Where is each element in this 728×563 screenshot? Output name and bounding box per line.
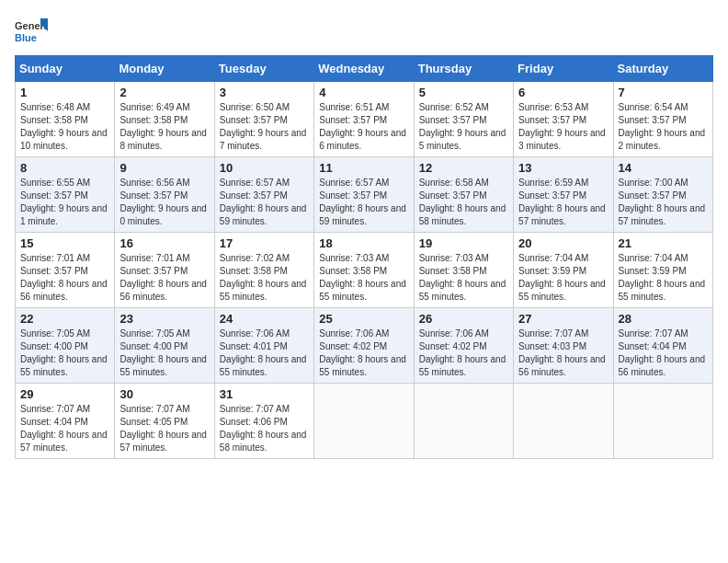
day-number: 13 (518, 161, 608, 175)
day-number: 14 (619, 161, 708, 175)
day-number: 19 (419, 236, 508, 250)
calendar-cell: 27Sunrise: 7:07 AM Sunset: 4:03 PM Dayli… (514, 308, 613, 384)
calendar-cell: 19Sunrise: 7:03 AM Sunset: 3:58 PM Dayli… (414, 233, 513, 308)
day-detail: Sunrise: 6:59 AM Sunset: 3:57 PM Dayligh… (518, 178, 606, 226)
calendar-cell: 13Sunrise: 6:59 AM Sunset: 3:57 PM Dayli… (514, 157, 613, 233)
day-detail: Sunrise: 6:54 AM Sunset: 3:57 PM Dayligh… (619, 102, 706, 151)
day-detail: Sunrise: 7:03 AM Sunset: 3:58 PM Dayligh… (319, 253, 406, 302)
day-number: 22 (20, 312, 109, 326)
page-header: General Blue (15, 15, 713, 48)
day-detail: Sunrise: 7:07 AM Sunset: 4:05 PM Dayligh… (119, 404, 207, 453)
logo-icon: General Blue (15, 15, 48, 48)
calendar-cell: 8Sunrise: 6:55 AM Sunset: 3:57 PM Daylig… (16, 157, 115, 233)
calendar-cell: 23Sunrise: 7:05 AM Sunset: 4:00 PM Dayli… (115, 308, 214, 384)
calendar-header-row: SundayMondayTuesdayWednesdayThursdayFrid… (16, 56, 713, 82)
day-detail: Sunrise: 6:53 AM Sunset: 3:57 PM Dayligh… (518, 102, 606, 151)
day-number: 29 (20, 387, 109, 401)
day-detail: Sunrise: 6:57 AM Sunset: 3:57 PM Dayligh… (319, 178, 406, 226)
day-detail: Sunrise: 7:06 AM Sunset: 4:01 PM Dayligh… (220, 328, 307, 377)
day-detail: Sunrise: 7:03 AM Sunset: 3:58 PM Dayligh… (419, 253, 506, 302)
day-detail: Sunrise: 6:55 AM Sunset: 3:57 PM Dayligh… (20, 178, 108, 226)
day-detail: Sunrise: 7:07 AM Sunset: 4:03 PM Dayligh… (518, 328, 606, 377)
calendar-cell (414, 384, 513, 459)
day-detail: Sunrise: 7:07 AM Sunset: 4:04 PM Dayligh… (20, 404, 108, 453)
day-number: 21 (619, 236, 708, 250)
calendar-cell: 14Sunrise: 7:00 AM Sunset: 3:57 PM Dayli… (613, 157, 712, 233)
calendar-cell: 7Sunrise: 6:54 AM Sunset: 3:57 PM Daylig… (613, 82, 712, 157)
day-number: 4 (319, 86, 408, 99)
day-detail: Sunrise: 6:57 AM Sunset: 3:57 PM Dayligh… (220, 178, 307, 226)
calendar-cell: 10Sunrise: 6:57 AM Sunset: 3:57 PM Dayli… (214, 157, 313, 233)
calendar-cell: 17Sunrise: 7:02 AM Sunset: 3:58 PM Dayli… (214, 233, 313, 308)
calendar-cell: 9Sunrise: 6:56 AM Sunset: 3:57 PM Daylig… (115, 157, 214, 233)
day-detail: Sunrise: 7:07 AM Sunset: 4:04 PM Dayligh… (619, 328, 706, 377)
day-number: 3 (220, 86, 309, 99)
day-number: 11 (319, 161, 408, 175)
calendar-cell: 24Sunrise: 7:06 AM Sunset: 4:01 PM Dayli… (214, 308, 313, 384)
day-detail: Sunrise: 7:01 AM Sunset: 3:57 PM Dayligh… (119, 253, 207, 302)
day-number: 5 (419, 86, 508, 99)
calendar-cell: 15Sunrise: 7:01 AM Sunset: 3:57 PM Dayli… (16, 233, 115, 308)
calendar-cell (613, 384, 712, 459)
calendar-week-row: 29Sunrise: 7:07 AM Sunset: 4:04 PM Dayli… (16, 384, 713, 459)
day-number: 23 (119, 312, 209, 326)
day-number: 25 (319, 312, 408, 326)
day-detail: Sunrise: 7:05 AM Sunset: 4:00 PM Dayligh… (20, 328, 108, 377)
calendar-cell: 1Sunrise: 6:48 AM Sunset: 3:58 PM Daylig… (16, 82, 115, 157)
calendar-cell: 16Sunrise: 7:01 AM Sunset: 3:57 PM Dayli… (115, 233, 214, 308)
day-detail: Sunrise: 7:05 AM Sunset: 4:00 PM Dayligh… (119, 328, 207, 377)
day-detail: Sunrise: 6:50 AM Sunset: 3:57 PM Dayligh… (220, 102, 307, 151)
calendar-cell: 12Sunrise: 6:58 AM Sunset: 3:57 PM Dayli… (414, 157, 513, 233)
day-number: 2 (119, 86, 209, 99)
calendar-cell (514, 384, 613, 459)
calendar-cell: 3Sunrise: 6:50 AM Sunset: 3:57 PM Daylig… (214, 82, 313, 157)
day-detail: Sunrise: 7:04 AM Sunset: 3:59 PM Dayligh… (619, 253, 706, 302)
day-number: 10 (220, 161, 309, 175)
day-number: 1 (20, 86, 109, 99)
calendar-cell: 6Sunrise: 6:53 AM Sunset: 3:57 PM Daylig… (514, 82, 613, 157)
calendar-week-row: 22Sunrise: 7:05 AM Sunset: 4:00 PM Dayli… (16, 308, 713, 384)
calendar-cell: 20Sunrise: 7:04 AM Sunset: 3:59 PM Dayli… (514, 233, 613, 308)
day-detail: Sunrise: 7:01 AM Sunset: 3:57 PM Dayligh… (20, 253, 108, 302)
day-number: 17 (220, 236, 309, 250)
day-number: 24 (220, 312, 309, 326)
col-header-saturday: Saturday (613, 56, 712, 82)
day-detail: Sunrise: 6:58 AM Sunset: 3:57 PM Dayligh… (419, 178, 506, 226)
col-header-friday: Friday (514, 56, 613, 82)
calendar-cell: 30Sunrise: 7:07 AM Sunset: 4:05 PM Dayli… (115, 384, 214, 459)
calendar-table: SundayMondayTuesdayWednesdayThursdayFrid… (15, 55, 713, 459)
day-number: 18 (319, 236, 408, 250)
calendar-week-row: 15Sunrise: 7:01 AM Sunset: 3:57 PM Dayli… (16, 233, 713, 308)
day-number: 16 (119, 236, 209, 250)
day-detail: Sunrise: 6:51 AM Sunset: 3:57 PM Dayligh… (319, 102, 406, 151)
day-detail: Sunrise: 7:00 AM Sunset: 3:57 PM Dayligh… (619, 178, 706, 226)
calendar-week-row: 1Sunrise: 6:48 AM Sunset: 3:58 PM Daylig… (16, 82, 713, 157)
calendar-cell: 5Sunrise: 6:52 AM Sunset: 3:57 PM Daylig… (414, 82, 513, 157)
calendar-cell: 25Sunrise: 7:06 AM Sunset: 4:02 PM Dayli… (314, 308, 414, 384)
day-number: 12 (419, 161, 508, 175)
day-detail: Sunrise: 6:52 AM Sunset: 3:57 PM Dayligh… (419, 102, 506, 151)
day-detail: Sunrise: 6:49 AM Sunset: 3:58 PM Dayligh… (119, 102, 207, 151)
calendar-cell: 31Sunrise: 7:07 AM Sunset: 4:06 PM Dayli… (214, 384, 313, 459)
col-header-sunday: Sunday (16, 56, 115, 82)
day-detail: Sunrise: 7:06 AM Sunset: 4:02 PM Dayligh… (319, 328, 406, 377)
day-detail: Sunrise: 6:48 AM Sunset: 3:58 PM Dayligh… (20, 102, 108, 151)
calendar-cell: 26Sunrise: 7:06 AM Sunset: 4:02 PM Dayli… (414, 308, 513, 384)
calendar-cell: 2Sunrise: 6:49 AM Sunset: 3:58 PM Daylig… (115, 82, 214, 157)
calendar-cell: 21Sunrise: 7:04 AM Sunset: 3:59 PM Dayli… (613, 233, 712, 308)
col-header-wednesday: Wednesday (314, 56, 414, 82)
day-detail: Sunrise: 7:04 AM Sunset: 3:59 PM Dayligh… (518, 253, 606, 302)
calendar-week-row: 8Sunrise: 6:55 AM Sunset: 3:57 PM Daylig… (16, 157, 713, 233)
calendar-cell: 22Sunrise: 7:05 AM Sunset: 4:00 PM Dayli… (16, 308, 115, 384)
col-header-thursday: Thursday (414, 56, 513, 82)
calendar-cell: 18Sunrise: 7:03 AM Sunset: 3:58 PM Dayli… (314, 233, 414, 308)
day-number: 27 (518, 312, 608, 326)
svg-text:Blue: Blue (15, 32, 37, 43)
day-detail: Sunrise: 7:06 AM Sunset: 4:02 PM Dayligh… (419, 328, 506, 377)
day-number: 7 (619, 86, 708, 99)
day-detail: Sunrise: 6:56 AM Sunset: 3:57 PM Dayligh… (119, 178, 207, 226)
calendar-cell: 29Sunrise: 7:07 AM Sunset: 4:04 PM Dayli… (16, 384, 115, 459)
calendar-cell: 11Sunrise: 6:57 AM Sunset: 3:57 PM Dayli… (314, 157, 414, 233)
col-header-tuesday: Tuesday (214, 56, 313, 82)
day-number: 26 (419, 312, 508, 326)
